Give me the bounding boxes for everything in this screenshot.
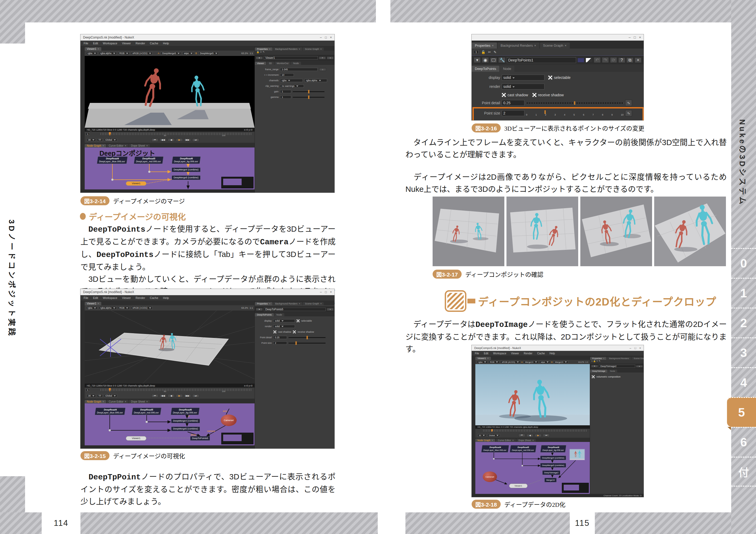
gl-color-swatch[interactable]: [585, 58, 592, 63]
node-name-field[interactable]: DeepToPoints5: [264, 308, 326, 311]
point-detail-slider[interactable]: [526, 103, 624, 103]
tab-dope-sheet[interactable]: Dope Sheet×: [129, 400, 150, 404]
node-deepmerge5[interactable]: DeepMerge5 (combine): [172, 176, 201, 180]
help-icon[interactable]: ?: [618, 58, 625, 63]
selectable-checkbox[interactable]: [548, 75, 553, 80]
node-name-field[interactable]: DeepToImage2: [599, 365, 635, 368]
chapter-tab-5-active[interactable]: 5: [727, 397, 756, 427]
node-deepread4[interactable]: DeepRead4DeepLayer_blue.006.exr: [481, 445, 509, 453]
transport-bar[interactable]: 30 Global ⏮◀▶⏭: [475, 433, 590, 438]
minimize-icon[interactable]: –: [320, 36, 322, 39]
postage-stamp-button[interactable]: ▾: [474, 57, 481, 63]
subtab-deeptopoints[interactable]: DeepToPoints: [255, 313, 274, 316]
cast-shadow-checkbox[interactable]: [502, 93, 506, 97]
tab-background-renders[interactable]: Background Renders×: [273, 302, 302, 305]
node-viewer1[interactable]: Viewer1: [126, 181, 147, 186]
maximize-icon[interactable]: □: [325, 36, 327, 39]
node-viewer1[interactable]: Viewer1: [509, 484, 527, 488]
tab-dope-sheet[interactable]: Dope Sheet×: [129, 144, 150, 148]
viewer-controls[interactable]: rgba RGB sRGB (ACES) A Merge19 wipe B Me…: [475, 360, 590, 364]
gamma-field[interactable]: 1: [280, 96, 291, 99]
chapter-tab-1[interactable]: 1: [731, 278, 756, 308]
play-button[interactable]: ▶: [176, 138, 183, 141]
close-icon[interactable]: ×: [330, 36, 332, 39]
tab-curve-editor[interactable]: Curve Editor×: [107, 144, 128, 148]
tab-node-graph[interactable]: Node Graph×: [85, 400, 106, 404]
goto-end-button[interactable]: ⏭: [192, 138, 199, 142]
node-deepread5[interactable]: DeepRead5DeepLayer_red.006.exr: [132, 408, 161, 415]
wrench-icon[interactable]: 🔧: [498, 57, 505, 63]
node-viewer1[interactable]: Viewer1: [126, 436, 147, 440]
node-deepmerge4[interactable]: DeepMerge4 (combine): [540, 456, 566, 460]
increment-field[interactable]: 10: [280, 73, 294, 76]
close-icon[interactable]: ×: [330, 290, 332, 294]
maximize-icon[interactable]: □: [325, 290, 327, 294]
chapter-tab-appendix[interactable]: 付: [731, 457, 756, 487]
clip-warning-field[interactable]: no warnings: [280, 84, 304, 88]
playhead[interactable]: [109, 388, 111, 392]
node-graph-minimap[interactable]: [221, 433, 254, 444]
subtab-deeptoimage[interactable]: DeepToImage: [590, 370, 608, 373]
receive-shadow-checkbox[interactable]: [532, 93, 536, 97]
tab-node-graph[interactable]: Node Graph×: [85, 144, 106, 148]
maximize-icon[interactable]: □: [634, 35, 636, 39]
viewer-controls[interactable]: rgba rgba.alpha RGB sRGB (ACES) 63.2% 1:…: [85, 305, 255, 311]
panel-icons-row[interactable]: 1 🔓 ✂ ✎: [590, 360, 644, 364]
chapter-tab-0[interactable]: 0: [731, 248, 756, 278]
node-camera4[interactable]: Camera4: [221, 414, 237, 426]
panel-icons-row[interactable]: 🔒 ✂ ✎: [255, 51, 335, 55]
panel-icons-row[interactable]: 1🔓✂✎: [472, 48, 644, 55]
timeline-ruler[interactable]: 1 50 100: [85, 388, 255, 393]
display-select[interactable]: solid: [502, 75, 545, 80]
timeline-ruler[interactable]: 1 50 100: [85, 132, 255, 137]
subtab-node[interactable]: Node: [291, 62, 301, 65]
node-deepmerge5[interactable]: DeepMerge5 (combine): [171, 427, 200, 431]
tab-dope-sheet[interactable]: Dope Sheet×: [517, 439, 536, 442]
menubar[interactable]: FileEditWorkspaceViewerRenderCacheHelp: [472, 351, 644, 356]
timeline-ruler[interactable]: [475, 429, 590, 433]
subtab-deeptopoints[interactable]: DeepToPoints: [472, 66, 500, 72]
edit-icon[interactable]: ✎: [494, 50, 497, 54]
node-deepread4[interactable]: DeepRead4DeepLayer_blue.006.exr: [95, 408, 125, 415]
volumetric-checkbox[interactable]: [592, 375, 595, 378]
node-deepread6[interactable]: DeepRead6DeepLayer_bg.006.exr: [172, 156, 201, 164]
frame-range-field[interactable]: 1-345: [280, 68, 318, 71]
goto-start-button[interactable]: ⏮: [151, 138, 158, 142]
viewer-controls[interactable]: rgba rgba.alpha RGB sRGB (ACES) A DeepMe…: [85, 51, 255, 56]
viewer-tab[interactable]: Viewer1×: [85, 302, 101, 305]
left-toolbar[interactable]: [472, 356, 475, 497]
node-deepmerge4[interactable]: DeepMerge4 (combine): [172, 168, 201, 172]
minimize-icon[interactable]: –: [629, 35, 631, 39]
node-deeptoimage2[interactable]: DeepToImage2: [542, 470, 560, 475]
tab-scene-graph[interactable]: Scene Graph: [632, 357, 644, 360]
node-deepread6[interactable]: DeepRead6DeepLayer_bg.006.exr: [540, 445, 566, 453]
chapter-tab-3[interactable]: 3: [731, 337, 756, 367]
point-detail-field[interactable]: 0.25: [273, 336, 287, 339]
subtab-node[interactable]: Node: [274, 313, 284, 316]
fast-forward-button[interactable]: ▶▶: [184, 138, 191, 141]
viewer-tab[interactable]: Viewer1×: [475, 357, 491, 360]
node-graph-minimap[interactable]: [562, 483, 589, 493]
transport-bar[interactable]: 30 TF Global ⏮◀◀◀▶▶▶⏭: [85, 393, 255, 399]
dot-icon[interactable]: ◉: [482, 57, 489, 63]
chapter-tab-2[interactable]: 2: [731, 308, 756, 337]
point-size-slider[interactable]: [288, 343, 326, 344]
minimize-icon[interactable]: –: [320, 290, 322, 294]
node-deeptopoints5[interactable]: DeepToPoints5: [190, 436, 210, 440]
point-size-field[interactable]: 2: [273, 341, 287, 345]
tab-node-graph[interactable]: Node Graph×: [475, 439, 495, 442]
node-deepread5[interactable]: DeepRead5DeepLayer_red.006.exr: [134, 156, 163, 164]
node-color-swatch[interactable]: [578, 58, 584, 63]
viewer-canvas-render[interactable]: [85, 56, 255, 128]
node-deepread6[interactable]: DeepRead6DeepLayer_bg.006.exr: [171, 408, 200, 415]
transport-bar[interactable]: 30 TF Global ⏮ ◀◀ ◀ ▶ ▶▶ ⏭: [85, 137, 255, 143]
curve-icon[interactable]: ∿: [625, 100, 632, 106]
window-titlebar[interactable]: DeepCompoS.nk [modified] - NukeX –□×: [80, 34, 335, 41]
point-size-slider[interactable]: 012345678910: [526, 110, 624, 116]
tab-curve-editor[interactable]: Curve Editor×: [496, 439, 516, 442]
tab-background-renders[interactable]: Background Renders×: [498, 42, 539, 48]
rewind-button[interactable]: ◀◀: [160, 138, 167, 141]
tab-properties[interactable]: Properties×: [255, 47, 273, 51]
display-select[interactable]: solid: [273, 319, 295, 323]
gain-field[interactable]: 1: [280, 90, 291, 93]
